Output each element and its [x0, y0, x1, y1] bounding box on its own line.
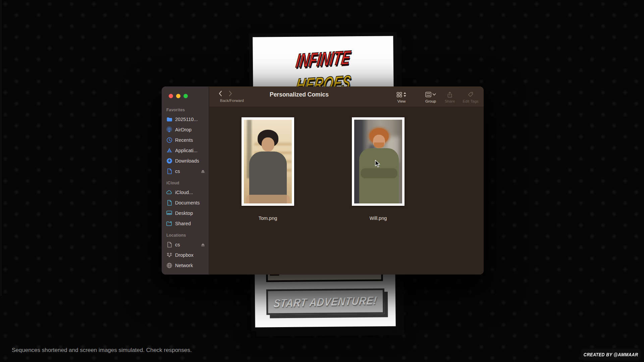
zoom-button[interactable] [183, 94, 188, 98]
mouse-cursor [375, 160, 381, 168]
sidebar-item-label: Dropbox [175, 252, 194, 258]
dropbox-icon [166, 252, 172, 258]
sidebar-item-label: Network [175, 263, 193, 268]
share-icon [447, 92, 452, 98]
file-thumbnail [241, 117, 294, 206]
sidebar-item-cs-location[interactable]: cs [162, 239, 209, 250]
finder-sidebar: Favorites 2025110... AirDrop [162, 86, 209, 275]
back-button[interactable] [218, 90, 223, 97]
share-button-label: Share [439, 99, 461, 103]
shared-folder-icon [166, 220, 172, 227]
minimize-button[interactable] [176, 94, 180, 98]
app-store-icon [166, 147, 172, 154]
grid-view-icon [396, 92, 402, 98]
view-button-label: View [390, 99, 413, 103]
sidebar-section-icloud: iCloud [162, 179, 209, 187]
globe-icon [166, 262, 172, 268]
close-button[interactable] [169, 94, 173, 98]
eject-icon[interactable] [201, 242, 205, 247]
screen-edge-line [1, 0, 1, 296]
sidebar-item-airdrop[interactable]: AirDrop [162, 124, 209, 135]
sidebar-item-network[interactable]: Network [162, 260, 209, 270]
clock-icon [166, 137, 172, 143]
simulation-disclaimer: Sequences shortened and screen images si… [12, 347, 192, 354]
document-icon [166, 168, 172, 174]
window-title: Personalized Comics [246, 91, 353, 98]
sidebar-item-label: cs [175, 169, 180, 174]
sidebar-item-applications[interactable]: Applicati... [162, 145, 209, 156]
sidebar-item-label: cs [175, 242, 180, 247]
document-icon [166, 241, 172, 248]
sidebar-item-label: Documents [175, 200, 200, 205]
chevron-down-icon [432, 93, 436, 96]
sidebar-item-label: Shared [175, 221, 191, 226]
group-by-icon [425, 92, 431, 97]
sidebar-list: Favorites 2025110... AirDrop [162, 106, 209, 270]
finder-main: Back/Forward Personalized Comics View [209, 86, 484, 275]
file-will-png[interactable]: Will.png [352, 117, 405, 221]
edit-tags-button-label: Edit Tags [460, 99, 482, 103]
sidebar-item-dropbox[interactable]: Dropbox [162, 250, 209, 260]
edit-tags-button[interactable]: Edit Tags [460, 86, 482, 106]
sidebar-section-favorites: Favorites [162, 106, 209, 114]
credit-badge-label: CREATED BY @AMMAAR [584, 352, 638, 358]
start-adventure-label: START ADVENTURE! [273, 294, 378, 310]
sidebar-item-desktop[interactable]: Desktop [162, 208, 209, 218]
sidebar-item-label: 2025110... [175, 117, 198, 122]
sidebar-item-label: iCloud... [175, 190, 193, 195]
back-forward-label: Back/Forward [209, 99, 255, 103]
sidebar-item-shared[interactable]: Shared [162, 218, 209, 229]
sidebar-item-label: AirDrop [175, 127, 192, 132]
sort-chevrons-icon [403, 92, 407, 97]
sidebar-item-documents[interactable]: Documents [162, 197, 209, 208]
eject-icon[interactable] [201, 169, 205, 174]
sidebar-item-label: Downloads [175, 158, 199, 164]
sidebar-item-label: Desktop [175, 210, 193, 216]
cloud-icon [166, 189, 172, 195]
download-circle-icon [166, 158, 172, 164]
finder-window: Favorites 2025110... AirDrop [162, 86, 484, 275]
document-icon [166, 199, 172, 206]
credit-badge: CREATED BY @AMMAAR [581, 349, 640, 360]
finder-content: Tom.png Will.png [209, 107, 484, 275]
finder-toolbar: Back/Forward Personalized Comics View [209, 86, 484, 107]
traffic-lights [169, 94, 188, 98]
airdrop-icon [166, 126, 172, 133]
forward-button[interactable] [228, 90, 233, 97]
share-button[interactable]: Share [439, 86, 461, 106]
sidebar-item-cs-favorite[interactable]: cs [162, 166, 209, 176]
file-name-label: Will.png [352, 216, 405, 221]
tom-photo [244, 120, 292, 203]
start-adventure-button[interactable]: START ADVENTURE! [266, 288, 385, 315]
sidebar-item-downloads[interactable]: Downloads [162, 156, 209, 166]
sidebar-item-label: Recents [175, 137, 193, 143]
view-button[interactable]: View [390, 86, 413, 106]
desktop-icon [166, 210, 172, 216]
tag-icon [468, 92, 474, 98]
action-button[interactable]: Action [480, 86, 484, 106]
sidebar-item-label: Applicati... [175, 148, 198, 153]
sidebar-item-recents[interactable]: Recents [162, 135, 209, 145]
sidebar-section-locations: Locations [162, 231, 209, 239]
file-name-label: Tom.png [241, 216, 294, 221]
sidebar-item-icloud-drive[interactable]: iCloud... [162, 187, 209, 197]
folder-icon [166, 116, 172, 122]
file-tom-png[interactable]: Tom.png [241, 117, 294, 221]
comic-title-line1: INFINITE [294, 45, 352, 73]
action-button-label: Action [480, 99, 484, 103]
sidebar-item-2025110[interactable]: 2025110... [162, 114, 209, 124]
